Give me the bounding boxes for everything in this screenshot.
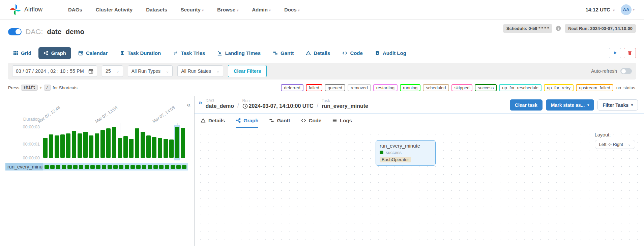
tab-gantt[interactable]: Gantt bbox=[269, 114, 290, 128]
run-types-select[interactable]: All Run Types ⌄ bbox=[128, 65, 173, 77]
legend-upstream_failed[interactable]: upstream_failed bbox=[576, 84, 613, 91]
expand-panel-icon[interactable]: » bbox=[199, 99, 202, 105]
duration-bar[interactable] bbox=[123, 136, 128, 158]
mark-state-button[interactable]: Mark state as... ▾ bbox=[546, 99, 594, 111]
nav-item-admin[interactable]: Admin▾ bbox=[246, 4, 276, 15]
duration-bar[interactable] bbox=[55, 135, 59, 158]
task-instance-square[interactable] bbox=[90, 165, 95, 169]
duration-bar[interactable] bbox=[181, 128, 185, 158]
task-instance-square[interactable] bbox=[96, 165, 100, 169]
duration-bar[interactable] bbox=[169, 140, 174, 158]
legend-up_for_reschedule[interactable]: up_for_reschedule bbox=[499, 84, 541, 91]
duration-bar[interactable] bbox=[112, 127, 116, 158]
auto-refresh-toggle[interactable] bbox=[620, 68, 632, 74]
tab-graph[interactable]: Graph bbox=[38, 47, 71, 59]
filter-tasks-button[interactable]: Filter Tasks ▾ bbox=[597, 99, 638, 111]
dag-pause-toggle[interactable] bbox=[8, 28, 22, 35]
task-instance-square[interactable] bbox=[142, 165, 146, 169]
task-instance-square[interactable] bbox=[50, 165, 55, 169]
user-menu[interactable]: AA ▾ bbox=[621, 4, 635, 15]
duration-bar[interactable] bbox=[66, 133, 70, 158]
duration-bar[interactable] bbox=[106, 128, 111, 158]
duration-bar[interactable] bbox=[95, 133, 99, 158]
trigger-dag-button[interactable] bbox=[609, 48, 621, 58]
task-instance-square[interactable] bbox=[62, 165, 66, 169]
tab-task-tries[interactable]: Task Tries bbox=[168, 47, 210, 59]
legend-up_for_retry[interactable]: up_for_retry bbox=[544, 84, 574, 91]
breadcrumb-dag-value[interactable]: date_demo bbox=[206, 103, 234, 109]
tab-code[interactable]: Code bbox=[301, 114, 322, 128]
tab-gantt[interactable]: Gantt bbox=[268, 47, 299, 59]
task-instance-square[interactable] bbox=[171, 165, 175, 169]
duration-bar[interactable] bbox=[158, 138, 162, 158]
task-instance-square[interactable] bbox=[56, 165, 60, 169]
task-instance-square[interactable] bbox=[108, 165, 112, 169]
clock-dropdown[interactable]: 14:12 UTC ▾ bbox=[585, 7, 615, 12]
duration-bar[interactable] bbox=[78, 133, 82, 158]
legend-deferred[interactable]: deferred bbox=[281, 84, 303, 91]
clear-filters-button[interactable]: Clear Filters bbox=[228, 65, 267, 77]
tab-grid[interactable]: Grid bbox=[8, 47, 36, 59]
run-states-select[interactable]: All Run States ⌄ bbox=[177, 65, 223, 77]
airflow-logo[interactable]: Airflow bbox=[9, 4, 42, 16]
base-date-input[interactable]: 03 / 07 / 2024 , 02 : 10 : 55 PM bbox=[12, 65, 97, 77]
task-instance-square[interactable] bbox=[102, 165, 106, 169]
num-runs-select[interactable]: 25 ⌄ bbox=[102, 65, 123, 77]
legend-success[interactable]: success bbox=[475, 84, 497, 91]
legend-removed[interactable]: removed bbox=[348, 84, 371, 91]
nav-item-browse[interactable]: Browse▾ bbox=[212, 4, 244, 15]
task-instance-square[interactable] bbox=[176, 165, 181, 169]
legend-running[interactable]: running bbox=[400, 84, 420, 91]
tab-details[interactable]: Details bbox=[301, 47, 335, 59]
task-instance-square[interactable] bbox=[165, 165, 169, 169]
duration-bar[interactable] bbox=[129, 139, 134, 158]
breadcrumb-task-value[interactable]: run_every_minute bbox=[322, 103, 368, 109]
duration-bar[interactable] bbox=[118, 138, 122, 158]
task-instance-square[interactable] bbox=[79, 165, 83, 169]
layout-select[interactable]: Left -> Right ⌄ bbox=[595, 140, 635, 149]
duration-bar[interactable] bbox=[100, 130, 105, 158]
nav-item-security[interactable]: Security▾ bbox=[175, 4, 209, 15]
tab-audit-log[interactable]: Audit Log bbox=[370, 47, 411, 59]
task-instance-square[interactable] bbox=[67, 165, 72, 169]
task-instance-square[interactable] bbox=[148, 165, 152, 169]
legend-failed[interactable]: failed bbox=[306, 84, 322, 91]
duration-bar[interactable] bbox=[164, 139, 168, 158]
nav-item-datasets[interactable]: Datasets bbox=[141, 4, 173, 15]
task-instance-square[interactable] bbox=[159, 165, 164, 169]
task-instance-square[interactable] bbox=[153, 165, 158, 169]
tab-calendar[interactable]: Calendar bbox=[73, 47, 113, 59]
legend-restarting[interactable]: restarting bbox=[373, 84, 398, 91]
legend-queued[interactable]: queued bbox=[325, 84, 345, 91]
task-instance-square[interactable] bbox=[113, 165, 118, 169]
tab-code[interactable]: Code bbox=[337, 47, 368, 59]
task-instance-square[interactable] bbox=[73, 165, 78, 169]
delete-dag-button[interactable] bbox=[624, 48, 636, 58]
task-name-label[interactable]: run_every_minute bbox=[5, 163, 43, 170]
duration-bar[interactable] bbox=[141, 132, 145, 158]
info-icon[interactable] bbox=[556, 26, 561, 31]
task-node[interactable]: run_every_minute success BashOperator bbox=[376, 140, 436, 166]
duration-bar[interactable] bbox=[60, 134, 65, 158]
task-instance-square[interactable] bbox=[182, 165, 186, 169]
tab-logs[interactable]: Logs bbox=[332, 114, 352, 128]
task-instance-square[interactable] bbox=[119, 165, 123, 169]
duration-bar[interactable] bbox=[89, 135, 93, 158]
collapse-panel-icon[interactable]: « bbox=[187, 101, 191, 108]
duration-bar[interactable] bbox=[135, 128, 139, 158]
tab-details[interactable]: Details bbox=[201, 114, 225, 128]
breadcrumb-run-value[interactable]: 2024-03-07, 14:10:00 UTC bbox=[242, 103, 314, 109]
duration-bar[interactable] bbox=[72, 131, 76, 158]
duration-bar[interactable] bbox=[83, 132, 88, 158]
task-instance-square[interactable] bbox=[85, 165, 89, 169]
task-instance-square[interactable] bbox=[45, 165, 49, 169]
duration-bar[interactable] bbox=[146, 135, 151, 158]
nav-item-dags[interactable]: DAGs bbox=[63, 4, 88, 15]
duration-bar[interactable] bbox=[49, 134, 53, 158]
tab-graph[interactable]: Graph bbox=[236, 114, 258, 128]
task-instance-square[interactable] bbox=[130, 165, 135, 169]
tab-task-duration[interactable]: Task Duration bbox=[115, 47, 166, 59]
task-instance-square[interactable] bbox=[125, 165, 129, 169]
duration-bar[interactable] bbox=[152, 137, 156, 158]
clear-task-button[interactable]: Clear task bbox=[510, 99, 543, 111]
